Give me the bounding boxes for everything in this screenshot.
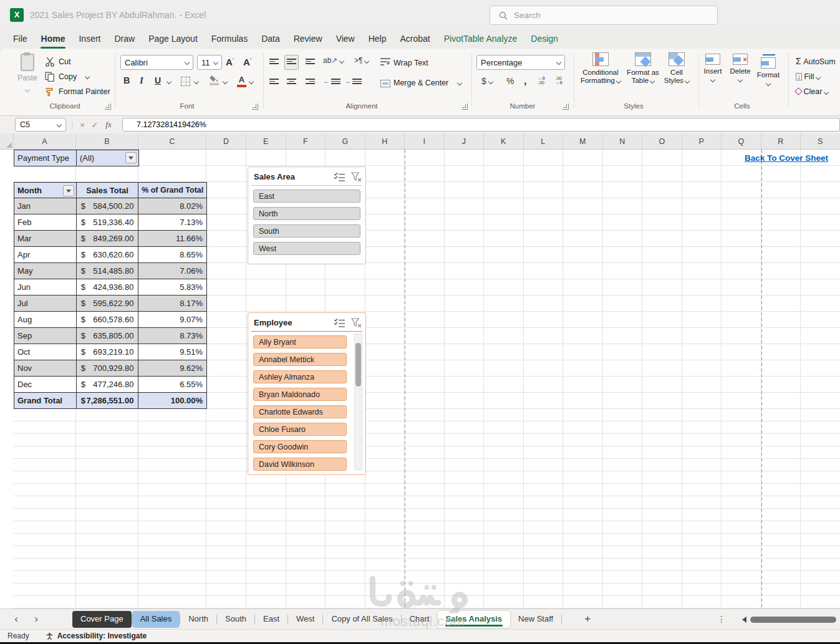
number-dialog-launcher[interactable] (562, 103, 569, 110)
enter-icon[interactable]: ✓ (90, 118, 100, 132)
column-header-Q[interactable]: Q (722, 133, 761, 150)
sheet-tab-new-staff[interactable]: New Staff (510, 611, 561, 628)
pivot-cell-pct[interactable]: % of Grand Total (138, 182, 207, 198)
pivot-cell-month[interactable]: Grand Total (14, 393, 77, 409)
sheet-tab-sales-analysis[interactable]: Sales Analysis (438, 611, 511, 628)
pivot-cell-pct[interactable]: 8.73% (138, 328, 207, 344)
paste-button[interactable]: Paste (16, 54, 39, 95)
clipboard-dialog-launcher[interactable] (105, 103, 111, 110)
merge-center-icon[interactable] (380, 80, 390, 87)
text-direction-icon[interactable]: >¶ (354, 56, 369, 65)
sheet-tab-north[interactable]: North (180, 611, 216, 628)
currency-format-icon[interactable]: $ (481, 76, 493, 86)
pivot-cell-sales[interactable]: $514,485.80 (77, 263, 139, 279)
sheet-tab-chart[interactable]: Chart (402, 611, 438, 628)
pivot-cell-month[interactable]: Dec (14, 377, 77, 393)
ribbon-tab-pivottable-analyze[interactable]: PivotTable Analyze (437, 30, 524, 49)
decrease-indent-icon[interactable]: ← (323, 77, 340, 85)
pivot-cell-pct[interactable]: 8.02% (138, 198, 207, 214)
clear-filter-icon[interactable] (351, 318, 362, 328)
pivot-cell-sales[interactable]: $477,246.80 (77, 377, 139, 393)
pivot-cell-month[interactable]: Feb (14, 214, 77, 231)
font-dialog-launcher[interactable] (252, 103, 258, 110)
slicer-item-north[interactable]: North (253, 207, 360, 220)
next-sheet-arrow[interactable]: › (26, 613, 46, 625)
font-size-combo[interactable]: 11 (197, 55, 222, 70)
tab-overflow-menu[interactable]: ⋮ (717, 614, 726, 624)
pivot-cell-sales[interactable]: $700,929.80 (77, 360, 139, 377)
sheet-tab-south[interactable]: South (217, 611, 254, 628)
pivot-cell-sales[interactable]: Sales Total (77, 182, 139, 198)
ribbon-tab-data[interactable]: Data (254, 30, 287, 49)
ribbon-tab-file[interactable]: File (6, 30, 34, 49)
sheet-tab-cover-page[interactable]: Cover Page (72, 611, 132, 628)
pivot-cell-pct[interactable]: 9.62% (138, 360, 207, 377)
pivot-cell-sales[interactable]: $849,269.00 (77, 231, 139, 247)
format-as-table-button[interactable]: Format asTable (624, 52, 662, 85)
column-header-R[interactable]: R (761, 133, 801, 150)
bold-button[interactable]: B (123, 75, 130, 85)
column-header-C[interactable]: C (138, 133, 206, 150)
column-header-J[interactable]: J (445, 133, 485, 150)
pivot-cell-sales[interactable]: $7,286,551.00 (77, 393, 139, 409)
align-left-icon[interactable] (269, 77, 279, 85)
slicer-scrollbar[interactable] (354, 334, 362, 470)
pivot-cell-pct[interactable]: 9.07% (138, 312, 207, 328)
ribbon-tab-page-layout[interactable]: Page Layout (142, 30, 205, 49)
align-bottom-icon[interactable] (306, 57, 315, 65)
pivot-cell-pct[interactable]: 9.51% (138, 344, 207, 360)
slicer-item-ashley-almanza[interactable]: Ashley Almanza (253, 370, 347, 383)
underline-chevron[interactable] (167, 79, 171, 84)
horizontal-scrollbar[interactable] (750, 617, 836, 623)
clear-button[interactable]: Clear (796, 87, 828, 96)
pivot-cell-pct[interactable]: 100.00% (138, 393, 207, 409)
ribbon-tab-acrobat[interactable]: Acrobat (393, 30, 437, 49)
pivot-cell-sales[interactable]: $630,620.60 (77, 247, 139, 263)
sheet-tab-all-sales[interactable]: All Sales (132, 611, 180, 628)
pivot-cell-pct[interactable]: 8.65% (138, 247, 207, 263)
slicer-item-south[interactable]: South (253, 224, 360, 238)
delete-cells-button[interactable]: × Delete (727, 54, 753, 84)
pivot-cell-sales[interactable]: $693,219.10 (77, 344, 139, 360)
decrease-font-icon[interactable]: Aˇ (243, 57, 252, 67)
wrap-text-icon[interactable] (380, 57, 390, 66)
pivot-cell-pct[interactable]: 7.06% (138, 263, 207, 279)
pivot-cell-sales[interactable]: $635,805.00 (77, 328, 139, 344)
underline-button[interactable]: U (155, 75, 161, 85)
pivot-cell-month[interactable]: Sep (14, 328, 77, 344)
slicer-item-bryan-maldonado[interactable]: Bryan Maldonado (253, 388, 347, 401)
merge-center-label[interactable]: Merge & Center (393, 79, 448, 87)
slicer-item-cory-goodwin[interactable]: Cory Goodwin (253, 440, 347, 453)
comma-format-icon[interactable]: , (524, 75, 527, 87)
pivot-cell-pct[interactable]: 11.66% (138, 231, 207, 247)
pivot-cell-month[interactable]: Aug (14, 312, 77, 328)
slicer-item-annabel-mettick[interactable]: Annabel Mettick (253, 353, 347, 366)
conditional-formatting-button[interactable]: ConditionalFormatting (580, 52, 621, 85)
pivot-cell-month[interactable]: Month (14, 182, 77, 198)
hscroll-left-arrow[interactable] (742, 617, 746, 623)
ribbon-tab-formulas[interactable]: Formulas (205, 30, 254, 49)
alignment-dialog-launcher[interactable] (461, 103, 468, 110)
pivot-cell-pct[interactable]: 6.55% (138, 377, 207, 393)
increase-decimal-icon[interactable]: ←0.00 (538, 76, 545, 85)
cell-styles-button[interactable]: CellStyles (662, 52, 691, 85)
column-header-N[interactable]: N (603, 133, 643, 150)
formula-input[interactable]: 7.1273281419426% (122, 118, 840, 132)
column-header-B[interactable]: B (76, 133, 138, 150)
ribbon-tab-review[interactable]: Review (287, 30, 329, 49)
payment-type-value-cell[interactable]: (All) (77, 150, 138, 166)
month-filter-dropdown[interactable] (63, 185, 74, 196)
new-sheet-button[interactable]: + (584, 613, 591, 625)
slicer-item-chloe-fusaro[interactable]: Chloe Fusaro (253, 423, 347, 436)
pivot-cell-month[interactable]: Jan (14, 198, 77, 214)
pivot-cell-sales[interactable]: $660,578.60 (77, 312, 139, 328)
pivot-cell-month[interactable]: Mar (14, 231, 77, 247)
sheet-tab-east[interactable]: East (255, 611, 287, 628)
format-painter-button[interactable]: Format Painter (45, 85, 110, 97)
pivot-cell-pct[interactable]: 7.13% (138, 214, 207, 231)
column-header-M[interactable]: M (563, 133, 603, 150)
clear-filter-icon[interactable] (351, 172, 362, 182)
column-header-G[interactable]: G (326, 133, 365, 150)
fx-icon[interactable]: fx (102, 118, 115, 132)
cut-button[interactable]: Cut (45, 55, 70, 67)
